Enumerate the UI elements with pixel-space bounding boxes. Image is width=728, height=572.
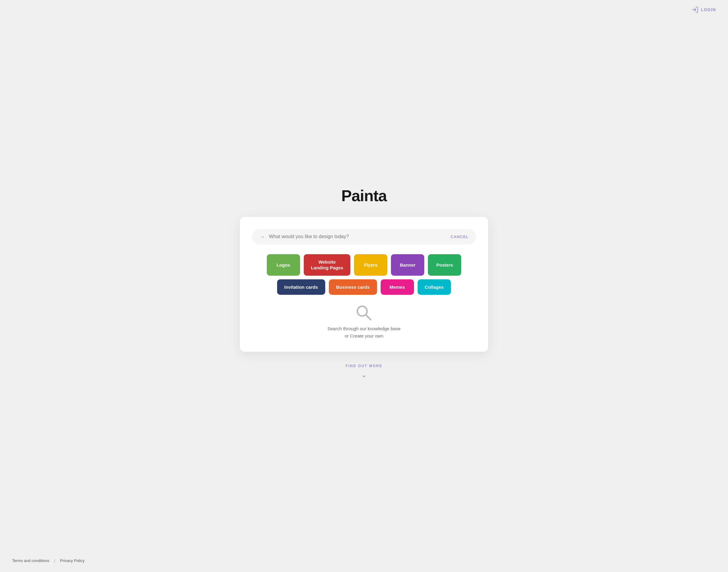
find-out-more-section: FIND OUT MORE ⌄ bbox=[345, 364, 383, 379]
category-logos[interactable]: Logos bbox=[267, 254, 300, 276]
search-input[interactable] bbox=[269, 234, 447, 239]
footer-divider: | bbox=[54, 558, 55, 563]
login-button[interactable]: LOGIN bbox=[692, 6, 716, 13]
category-posters[interactable]: Posters bbox=[428, 254, 461, 276]
search-arrow-icon: → bbox=[259, 233, 265, 240]
main-card: → CANCEL Logos WebsiteLanding Pages Flye… bbox=[240, 217, 488, 352]
header: LOGIN bbox=[0, 0, 728, 19]
search-bar: → CANCEL bbox=[252, 229, 476, 244]
knowledge-base-section: Search through our knowledge base or Cre… bbox=[252, 304, 476, 340]
cancel-button[interactable]: CANCEL bbox=[451, 234, 469, 239]
category-business-cards[interactable]: Business cards bbox=[329, 279, 377, 295]
category-memes[interactable]: Memes bbox=[381, 279, 414, 295]
search-large-icon bbox=[355, 304, 373, 321]
login-label: LOGIN bbox=[701, 7, 716, 12]
chevron-down-icon[interactable]: ⌄ bbox=[361, 370, 367, 379]
category-collages[interactable]: Collages bbox=[418, 279, 451, 295]
privacy-policy-link[interactable]: Privacy Policy bbox=[60, 558, 84, 563]
svg-line-2 bbox=[366, 315, 371, 319]
category-invitation-cards[interactable]: Invitation cards bbox=[277, 279, 325, 295]
login-icon bbox=[692, 6, 699, 13]
category-banner[interactable]: Banner bbox=[391, 254, 424, 276]
category-flyers[interactable]: Flyers bbox=[354, 254, 387, 276]
search-icon-svg bbox=[355, 304, 373, 321]
app-title: Painta bbox=[341, 187, 387, 205]
terms-link[interactable]: Terms and conditions bbox=[12, 558, 49, 563]
category-website-landing-pages[interactable]: WebsiteLanding Pages bbox=[304, 254, 351, 276]
category-grid: Logos WebsiteLanding Pages Flyers Banner… bbox=[252, 254, 476, 295]
footer: Terms and conditions | Privacy Policy bbox=[0, 552, 728, 572]
main-content: Painta → CANCEL Logos WebsiteLanding Pag… bbox=[0, 19, 728, 552]
search-description: Search through our knowledge base or Cre… bbox=[328, 325, 401, 340]
find-out-more-label: FIND OUT MORE bbox=[345, 364, 383, 368]
